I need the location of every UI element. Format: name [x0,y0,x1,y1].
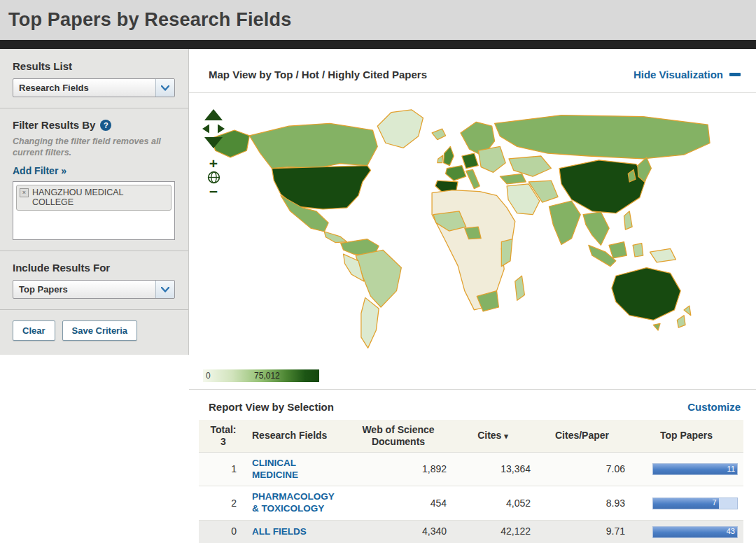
zoom-in-button[interactable]: + [209,157,218,169]
report-view-header: Report View by Selection Customize [189,390,756,420]
field-link[interactable]: PHARMACOLOGY & TOXICOLOGY [252,491,342,515]
page-title: Top Papers by Research Fields [8,9,291,31]
sidebar-panel: Results List Research Fields Filter Resu… [0,49,189,355]
total-label: Total: [203,424,244,436]
table-row: 2 PHARMACOLOGY & TOXICOLOGY 454 4,052 8.… [199,486,743,521]
pan-down-icon [204,137,223,148]
include-results-dropdown[interactable]: Top Papers [13,280,175,299]
map-region-russia[interactable] [495,115,710,159]
hide-visualization-label: Hide Visualization [634,69,723,80]
top-papers-value: 43 [727,527,735,537]
map-region-eastern-europe[interactable] [478,147,505,173]
map-region-new-guinea[interactable] [650,249,676,262]
filter-chip[interactable]: × HANGZHOU MEDICAL COLLEGE [16,185,172,211]
field-link[interactable]: ALL FIELDS [252,526,307,538]
customize-link[interactable]: Customize [687,401,741,413]
report-view-title: Report View by Selection [209,401,334,413]
add-filter-link[interactable]: Add Filter » [13,165,66,176]
results-list-dropdown[interactable]: Research Fields [13,78,175,97]
top-papers-value: 7 [712,498,716,508]
content: Results List Research Fields Filter Resu… [0,49,756,543]
map-region-germany[interactable] [462,153,478,168]
column-header-documents[interactable]: Web of Science Documents [346,420,451,452]
legend-gradient-bar: 0 75,012 [203,369,319,382]
hide-visualization-link[interactable]: Hide Visualization [634,69,741,80]
documents-cell: 1,892 [346,452,451,486]
map-region-ireland[interactable] [438,155,443,163]
sidebar-divider [0,251,188,251]
pan-right-icon [218,125,225,134]
results-list-label: Results List [13,60,176,72]
table-header-row: Total: 3 Research Fields Web of Science … [199,420,743,452]
column-header-cites[interactable]: Cites ▾ [451,420,535,452]
legend-max-label: 75,012 [254,371,280,381]
rank-cell: 0 [199,521,248,543]
map-view-title: Map View by Top / Hot / Highly Cited Pap… [209,69,427,80]
map-region-borneo[interactable] [609,242,626,258]
top-papers-bar: 7 [652,498,738,509]
top-papers-bar-fill: 43 [653,527,737,537]
cites-cell: 42,122 [451,521,535,543]
map-region-new-zealand-south[interactable] [677,316,685,328]
pan-left-icon [202,125,209,134]
sidebar-divider [0,108,188,108]
map-region-sulawesi[interactable] [633,244,643,257]
table-row: 1 CLINICAL MEDICINE 1,892 13,364 7.06 11 [199,452,743,486]
column-header-research-fields[interactable]: Research Fields [248,420,346,452]
include-results-dropdown-value: Top Papers [13,281,155,298]
map-region-iceland[interactable] [432,129,445,140]
map-region-madagascar[interactable] [515,276,525,300]
top-papers-bar: 43 [652,526,738,538]
legend-min-label: 0 [206,371,211,381]
map-region-france[interactable] [446,166,466,181]
world-map[interactable] [200,106,718,358]
filter-chip-label: HANGZHOU MEDICAL COLLEGE [32,188,167,207]
rank-cell: 2 [199,486,248,521]
field-link[interactable]: CLINICAL MEDICINE [252,458,342,481]
map-region-argentina[interactable] [361,298,379,348]
clear-button[interactable]: Clear [13,320,55,341]
cites-per-paper-cell: 9.71 [535,521,629,543]
map-region-uk[interactable] [444,147,454,166]
top-papers-bar-fill: 7 [653,498,719,509]
map-region-philippines[interactable] [624,211,632,230]
map-region-tasmania[interactable] [653,324,660,331]
cites-cell: 13,364 [451,452,535,486]
map-region-australia[interactable] [612,268,680,320]
main-panel: Map View by Top / Hot / Highly Cited Pap… [189,49,756,543]
map-legend: 0 75,012 [189,363,756,389]
cites-header-label: Cites [477,430,501,441]
map-region-india[interactable] [549,201,580,244]
map-region-greenland[interactable] [377,110,423,148]
map-region-central-america[interactable] [324,232,346,243]
rank-cell: 1 [199,452,248,486]
filter-results-by-label: Filter Results By [13,119,95,131]
include-results-label: Include Results For [13,262,176,274]
map-region-turkey[interactable] [500,174,526,184]
map-region-southeast-asia[interactable] [583,212,609,246]
results-list-dropdown-value: Research Fields [13,79,155,97]
remove-filter-icon[interactable]: × [20,188,29,197]
map-region-italy[interactable] [466,170,479,189]
filter-note: Changing the filter field removes all cu… [13,136,170,158]
documents-cell: 4,340 [346,521,451,543]
map-region-japan[interactable] [638,157,651,182]
header-dark-strip [0,40,756,49]
page-header: Top Papers by Research Fields [0,0,756,40]
pan-up-icon [204,109,223,120]
map-area: + − [189,93,756,363]
help-icon[interactable]: ? [100,120,111,131]
save-criteria-button[interactable]: Save Criteria [62,320,138,341]
column-header-top-papers[interactable]: Top Papers [629,420,743,452]
map-region-kazakhstan[interactable] [509,156,551,176]
zoom-out-button[interactable]: − [209,185,218,197]
map-pan-pad[interactable] [201,108,226,149]
map-region-new-zealand-north[interactable] [684,306,691,316]
top-papers-value: 11 [727,465,735,474]
column-header-cites-per-paper[interactable]: Cites/Paper [535,420,629,452]
total-header: Total: 3 [199,420,248,452]
map-region-east-africa[interactable] [501,239,512,267]
globe-icon[interactable] [207,171,220,184]
cites-per-paper-cell: 7.06 [535,452,629,486]
map-region-canada[interactable] [249,123,377,168]
